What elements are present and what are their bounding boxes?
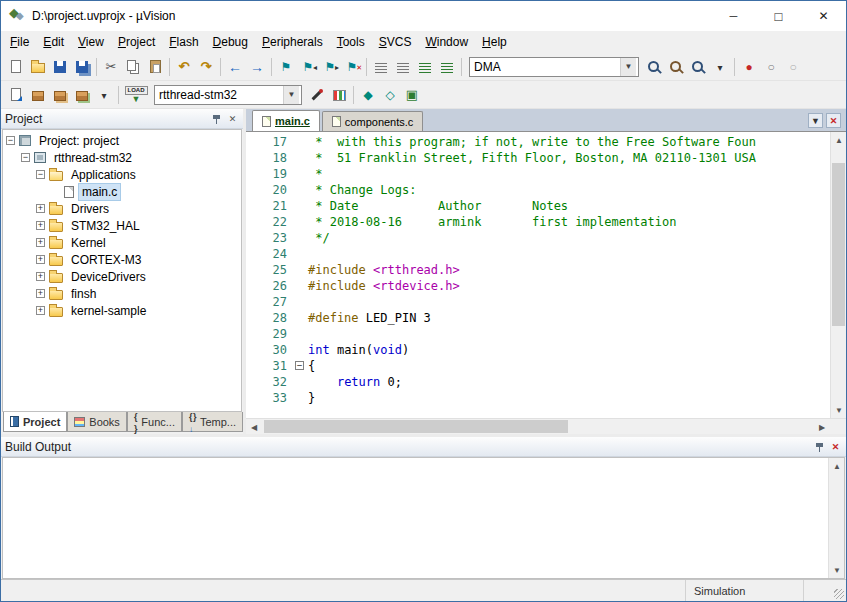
- panel-tab-books[interactable]: Books: [67, 412, 127, 432]
- breakpoint-insert-button[interactable]: [738, 56, 760, 78]
- minimize-button[interactable]: [711, 1, 756, 31]
- menu-item-help[interactable]: Help: [475, 32, 514, 52]
- pin-icon[interactable]: [814, 441, 825, 453]
- rebuild-button[interactable]: [49, 84, 71, 106]
- tree-item-drivers[interactable]: +Drivers: [3, 200, 241, 217]
- collapse-icon[interactable]: −: [21, 153, 30, 162]
- vertical-scroll-track[interactable]: [829, 474, 844, 562]
- resize-grip[interactable]: [804, 580, 846, 601]
- expand-icon[interactable]: +: [36, 255, 45, 264]
- scroll-up-icon[interactable]: ▲: [831, 132, 847, 148]
- menu-item-tools[interactable]: Tools: [330, 32, 372, 52]
- menu-item-file[interactable]: File: [3, 32, 36, 52]
- scroll-down-icon[interactable]: ▼: [829, 562, 845, 578]
- redo-button[interactable]: [195, 56, 217, 78]
- chevron-button[interactable]: [93, 84, 115, 106]
- menu-item-flash[interactable]: Flash: [162, 32, 205, 52]
- horizontal-scroll-track[interactable]: [262, 419, 814, 434]
- vertical-scroll-track[interactable]: [831, 148, 846, 402]
- scroll-down-icon[interactable]: ▼: [831, 402, 847, 418]
- collapse-icon[interactable]: −: [6, 136, 15, 145]
- navigate-forward-button[interactable]: [246, 56, 268, 78]
- tree-item-cortex-m3[interactable]: +CORTEX-M3: [3, 251, 241, 268]
- scroll-up-icon[interactable]: ▲: [829, 458, 845, 474]
- expand-icon[interactable]: +: [36, 289, 45, 298]
- bookmark-prev-button[interactable]: [297, 56, 319, 78]
- menu-item-svcs[interactable]: SVCS: [372, 32, 419, 52]
- translate-button[interactable]: [5, 84, 27, 106]
- panel-close-icon[interactable]: ✕: [226, 112, 239, 125]
- menu-item-peripherals[interactable]: Peripherals: [255, 32, 330, 52]
- tree-item-stm32-hal[interactable]: +STM32_HAL: [3, 217, 241, 234]
- file-extensions-button[interactable]: [328, 84, 350, 106]
- build-output-close-icon[interactable]: ✕: [829, 440, 842, 453]
- tree-item-finsh[interactable]: +finsh: [3, 285, 241, 302]
- bookmark-toggle-button[interactable]: [275, 56, 297, 78]
- close-button[interactable]: [801, 1, 846, 31]
- menu-item-window[interactable]: Window: [418, 32, 475, 52]
- tree-item-kernel[interactable]: +Kernel: [3, 234, 241, 251]
- search-input[interactable]: [470, 59, 620, 75]
- expand-icon[interactable]: +: [36, 306, 45, 315]
- bookmark-next-button[interactable]: [319, 56, 341, 78]
- find-button[interactable]: [665, 56, 687, 78]
- tree-item-kernel-sample[interactable]: +kernel-sample: [3, 302, 241, 319]
- build-output-text[interactable]: [3, 458, 828, 578]
- find-in-files-button[interactable]: [643, 56, 665, 78]
- search-dropdown-icon[interactable]: ▼: [620, 58, 636, 76]
- bookmark-clear-button[interactable]: [341, 56, 363, 78]
- editor-tab-main-c[interactable]: main.c: [252, 110, 320, 131]
- build-button[interactable]: [27, 84, 49, 106]
- indent-right-button[interactable]: [392, 56, 414, 78]
- vertical-scroll-thumb[interactable]: [832, 163, 845, 326]
- environment-button[interactable]: [357, 84, 379, 106]
- copy-button[interactable]: [122, 56, 144, 78]
- incremental-find-button[interactable]: [687, 56, 709, 78]
- menu-item-project[interactable]: Project: [111, 32, 162, 52]
- pack-installer-button[interactable]: [401, 84, 423, 106]
- tree-item-project-project[interactable]: −Project: project: [3, 132, 241, 149]
- pin-icon[interactable]: [211, 113, 222, 125]
- breakpoint-kill-button[interactable]: [782, 56, 804, 78]
- save-button[interactable]: [49, 56, 71, 78]
- fold-collapse-icon[interactable]: −: [295, 361, 304, 370]
- panel-tab-func[interactable]: Func...: [127, 412, 182, 432]
- panel-tab-project[interactable]: Project: [3, 412, 67, 432]
- paste-button[interactable]: [144, 56, 166, 78]
- tree-item-devicedrivers[interactable]: +DeviceDrivers: [3, 268, 241, 285]
- expand-icon[interactable]: +: [36, 238, 45, 247]
- new-file-button[interactable]: [5, 56, 27, 78]
- collapse-icon[interactable]: −: [36, 170, 45, 179]
- batch-build-button[interactable]: [71, 84, 93, 106]
- target-dropdown-icon[interactable]: ▼: [283, 86, 299, 104]
- target-select[interactable]: [155, 87, 283, 103]
- uncomment-button[interactable]: [436, 56, 458, 78]
- panel-tab-temp[interactable]: Temp...: [182, 412, 243, 432]
- menu-item-view[interactable]: View: [71, 32, 111, 52]
- menu-item-edit[interactable]: Edit: [36, 32, 71, 52]
- scroll-right-icon[interactable]: ▶: [814, 419, 830, 435]
- expand-icon[interactable]: +: [36, 204, 45, 213]
- expand-icon[interactable]: +: [36, 272, 45, 281]
- open-file-button[interactable]: [27, 56, 49, 78]
- comment-button[interactable]: [414, 56, 436, 78]
- tree-item-main-c[interactable]: main.c: [3, 183, 241, 200]
- save-all-button[interactable]: [71, 56, 93, 78]
- breakpoint-disable-button[interactable]: [760, 56, 782, 78]
- indent-left-button[interactable]: [370, 56, 392, 78]
- close-document-icon[interactable]: ✕: [826, 113, 841, 128]
- options-for-target-button[interactable]: [306, 84, 328, 106]
- undo-button[interactable]: [173, 56, 195, 78]
- select-folder-button[interactable]: [379, 84, 401, 106]
- tree-item-applications[interactable]: −Applications: [3, 166, 241, 183]
- tree-item-rtthread-stm32[interactable]: −rtthread-stm32: [3, 149, 241, 166]
- maximize-button[interactable]: [756, 1, 801, 31]
- horizontal-scroll-thumb[interactable]: [264, 420, 568, 433]
- navigate-back-button[interactable]: [224, 56, 246, 78]
- editor-tab-components-c[interactable]: components.c: [322, 111, 423, 131]
- expand-icon[interactable]: +: [36, 221, 45, 230]
- chevron-button[interactable]: [709, 56, 731, 78]
- code-lines[interactable]: 17 * with this program; if not, write to…: [246, 132, 830, 418]
- cut-button[interactable]: [100, 56, 122, 78]
- menu-item-debug[interactable]: Debug: [206, 32, 255, 52]
